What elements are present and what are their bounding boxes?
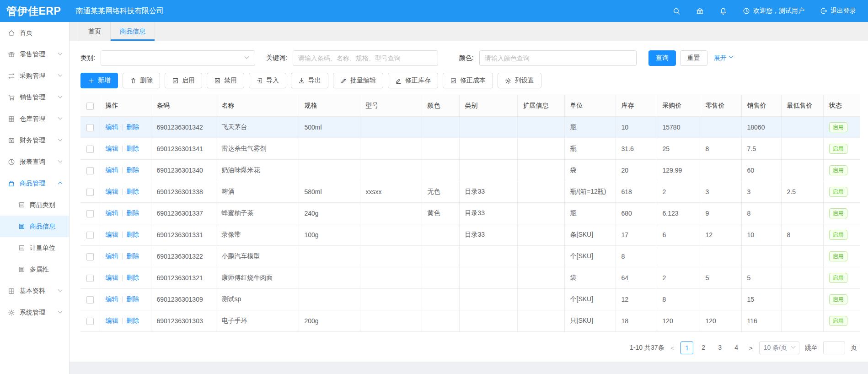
导入-button[interactable]: 导入 (249, 73, 286, 88)
status-badge[interactable]: 启用 (829, 187, 847, 197)
row-checkbox[interactable] (86, 318, 94, 325)
禁用-button[interactable]: 禁用 (207, 73, 244, 88)
row-checkbox[interactable] (86, 167, 94, 174)
page-button-4[interactable]: 4 (730, 341, 743, 354)
edit-link[interactable]: 编辑 (106, 274, 118, 281)
edit-link[interactable]: 编辑 (106, 188, 118, 195)
edit-link[interactable]: 编辑 (106, 166, 118, 173)
next-page-button[interactable]: > (748, 345, 754, 352)
welcome-user[interactable]: 欢迎您，测试用户 (743, 7, 804, 15)
row-checkbox-cell (80, 160, 100, 181)
delete-link[interactable]: 删除 (126, 231, 139, 238)
row-checkbox[interactable] (86, 275, 94, 282)
row-checkbox[interactable] (86, 146, 94, 153)
status-badge[interactable]: 启用 (829, 251, 847, 261)
delete-link[interactable]: 删除 (126, 209, 139, 217)
row-checkbox[interactable] (86, 232, 94, 239)
cell-color: 无色 (422, 181, 459, 203)
sidebar-item-系统管理[interactable]: 系统管理 (0, 302, 69, 323)
cell-unit: 瓶 (564, 138, 616, 160)
sidebar-subitem-计量单位[interactable]: 计量单位 (0, 237, 69, 259)
delete-link[interactable]: 删除 (126, 252, 139, 260)
sidebar-item-零售管理[interactable]: 零售管理 (0, 43, 69, 65)
bell-icon[interactable] (719, 7, 727, 15)
sidebar-item-财务管理[interactable]: 财务管理 (0, 130, 69, 151)
sidebar-subitem-商品类别[interactable]: 商品类别 (0, 194, 69, 216)
delete-link[interactable]: 删除 (126, 188, 139, 195)
row-checkbox[interactable] (86, 253, 94, 260)
status-badge[interactable]: 启用 (829, 230, 847, 240)
edit-link[interactable]: 编辑 (106, 295, 118, 303)
sidebar-item-仓库管理[interactable]: 仓库管理 (0, 108, 69, 130)
sidebar-item-首页[interactable]: 首页 (0, 22, 69, 43)
edit-link[interactable]: 编辑 (106, 252, 118, 260)
edit-link[interactable]: 编辑 (106, 317, 118, 324)
status-badge[interactable]: 启用 (829, 165, 847, 175)
status-badge[interactable]: 启用 (829, 122, 847, 132)
sidebar-subitem-多属性[interactable]: 多属性 (0, 259, 69, 280)
cell-model (360, 246, 422, 267)
delete-link[interactable]: 删除 (126, 295, 139, 303)
启用-button[interactable]: 启用 (165, 73, 202, 88)
delete-link[interactable]: 删除 (126, 145, 139, 152)
sidebar-item-销售管理[interactable]: 销售管理 (0, 87, 69, 108)
tab-首页[interactable]: 首页 (79, 22, 111, 41)
category-select[interactable] (101, 50, 255, 66)
delete-link[interactable]: 删除 (126, 166, 139, 173)
page-button-2[interactable]: 2 (697, 341, 710, 354)
delete-link[interactable]: 删除 (126, 123, 139, 130)
edit-link[interactable]: 编辑 (106, 231, 118, 238)
tab-商品信息[interactable]: 商品信息 (111, 22, 155, 41)
修正成本-button[interactable]: 修正成本 (443, 73, 493, 88)
reset-button[interactable]: 重置 (680, 50, 707, 66)
cell-category (459, 289, 517, 310)
row-checkbox[interactable] (86, 296, 94, 304)
sidebar-subitem-商品信息[interactable]: 商品信息 (0, 216, 69, 237)
expand-link[interactable]: 展开 (714, 54, 733, 62)
delete-link[interactable]: 删除 (126, 274, 139, 281)
table-row: 编辑|删除6901236301321康师傅红烧牛肉面袋64255启用 (80, 267, 860, 289)
page-size-select[interactable]: 10 条/页 (759, 341, 799, 354)
sidebar-item-报表查询[interactable]: 报表查询 (0, 151, 69, 173)
delete-link[interactable]: 删除 (126, 317, 139, 324)
sidebar-item-基本资料[interactable]: 基本资料 (0, 280, 69, 302)
status-badge[interactable]: 启用 (829, 316, 847, 326)
删除-button[interactable]: 删除 (123, 73, 160, 88)
select-all-checkbox[interactable] (86, 103, 94, 110)
edit-link[interactable]: 编辑 (106, 145, 118, 152)
page-button-3[interactable]: 3 (713, 341, 726, 354)
status-badge[interactable]: 启用 (829, 144, 847, 154)
pagination: 1-10 共37条 < 1234 > 10 条/页 跳至 页 (80, 341, 857, 354)
row-checkbox[interactable] (86, 210, 94, 217)
status-badge[interactable]: 启用 (829, 208, 847, 218)
page-button-1[interactable]: 1 (680, 341, 693, 354)
导出-button[interactable]: 导出 (291, 73, 328, 88)
列设置-button[interactable]: 列设置 (498, 73, 541, 88)
search-button[interactable]: 查询 (648, 50, 676, 66)
cell-spec (299, 267, 360, 289)
status-badge[interactable]: 启用 (829, 273, 847, 283)
sidebar-item-采购管理[interactable]: 采购管理 (0, 65, 69, 87)
修正库存-button[interactable]: 修正库存 (388, 73, 438, 88)
list-icon (18, 201, 25, 208)
search-icon[interactable] (673, 7, 680, 15)
jump-page-input[interactable] (823, 341, 845, 354)
新增-button[interactable]: 新增 (80, 73, 118, 88)
color-input[interactable] (479, 50, 637, 66)
sidebar-item-商品管理[interactable]: 商品管理 (0, 173, 69, 194)
bank-icon[interactable] (696, 7, 704, 15)
row-checkbox[interactable] (86, 189, 94, 196)
批量编辑-button[interactable]: 批量编辑 (333, 73, 383, 88)
edit-link[interactable]: 编辑 (106, 123, 118, 130)
prev-page-button[interactable]: < (670, 345, 675, 352)
cell-model (360, 310, 422, 332)
status-badge[interactable]: 启用 (829, 294, 847, 304)
logout-button[interactable]: 退出登录 (820, 7, 856, 15)
edit-link[interactable]: 编辑 (106, 209, 118, 217)
button-label: 禁用 (224, 76, 237, 85)
cell-purchase_price: 2 (657, 267, 700, 289)
chevron-down-icon (58, 309, 63, 314)
cell-color (422, 267, 459, 289)
keyword-input[interactable] (293, 50, 438, 66)
row-checkbox[interactable] (86, 124, 94, 131)
